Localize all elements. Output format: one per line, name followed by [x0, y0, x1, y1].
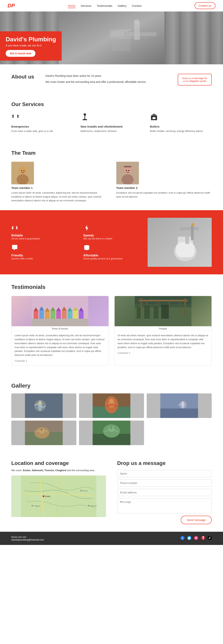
team-member-1-desc: Lorem ipsum dolor sit amet, consectetur …	[11, 191, 107, 203]
service-item-emergencies: Emergencies If you have a water leak, gi…	[11, 113, 73, 133]
email-field[interactable]	[117, 489, 212, 496]
gallery-grid	[11, 394, 212, 445]
gallery-item-2[interactable]	[79, 394, 144, 418]
nav-links: Home Services Testimonials Gallery Conta…	[68, 4, 142, 7]
team-member-2-name: Team member 2	[116, 186, 212, 190]
message-field[interactable]	[117, 498, 212, 514]
about-para2: We cover Exeter and the surrounding area…	[45, 80, 167, 84]
nav-contact-button[interactable]: Contact us	[195, 2, 216, 9]
svg-rect-71	[161, 304, 169, 319]
service-desc-boilers: Boiler installs, servicing, energy effic…	[150, 129, 212, 133]
nav-home[interactable]: Home	[68, 4, 75, 8]
feature-friendly-desc: Service with a smile	[11, 257, 76, 260]
gallery-item-1[interactable]	[11, 394, 76, 418]
svg-point-101	[32, 505, 33, 506]
feature-reliable: Reliable All our work is guaranteed	[11, 224, 76, 240]
svg-point-112	[208, 536, 212, 540]
service-icon-installs	[81, 113, 143, 123]
feature-friendly: Friendly Service with a smile	[11, 244, 76, 260]
service-item-boilers: Boilers Boiler installs, servicing, ener…	[150, 113, 212, 133]
feature-friendly-icon	[11, 244, 76, 253]
nav-testimonials[interactable]: Testimonials	[97, 4, 112, 7]
svg-point-85	[182, 402, 184, 404]
testimonial-text-1: Lorem ipsum dolor sit amet, consectetur …	[11, 331, 109, 360]
svg-rect-43	[45, 312, 50, 319]
hero-content-box: David's Plumbing If you have a leak, we …	[0, 31, 62, 60]
svg-point-18	[124, 166, 131, 174]
svg-rect-69	[144, 306, 150, 319]
map-svg: Exeter Tiverton Chagford Sidmouth	[11, 476, 106, 517]
gallery-item-3[interactable]	[147, 394, 212, 418]
location-text-suffix: and the surrounding area.	[66, 469, 95, 472]
pinterest-icon[interactable]	[201, 536, 205, 541]
about-text: David's Plumbing have been active for 10…	[45, 74, 167, 86]
footer-phone[interactable]: 0xxxx xxx xxx	[11, 536, 26, 538]
gallery-item-5[interactable]	[79, 420, 144, 445]
svg-point-99	[81, 490, 82, 491]
team-section: The Team Team member 1 Lorem ipsum dolor…	[0, 142, 223, 210]
red-band-section: Reliable All our work is guaranteed Spee…	[0, 210, 223, 274]
service-name-emergencies: Emergencies	[11, 125, 73, 128]
service-icon-boilers	[150, 113, 212, 123]
testimonial-image-1	[11, 296, 109, 326]
team-grid: Team member 1 Lorem ipsum dolor sit amet…	[11, 162, 212, 203]
send-button[interactable]: Send message	[181, 516, 212, 524]
svg-rect-70	[154, 306, 158, 319]
about-quote-box[interactable]: Drop us a message for a no-obligation qu…	[178, 74, 212, 86]
svg-rect-22	[124, 166, 131, 167]
about-para1: David's Plumbing have been active for 10…	[45, 74, 167, 78]
about-section: About us David's Plumbing have been acti…	[0, 64, 223, 96]
feature-speedy-icon	[83, 224, 148, 233]
twitter-icon[interactable]	[187, 536, 191, 541]
nav-contact[interactable]: Contact	[132, 4, 142, 7]
facebook-icon[interactable]	[180, 536, 185, 541]
feature-reliable-name: Reliable	[11, 234, 76, 237]
name-field[interactable]	[117, 470, 212, 477]
testimonials-section: Testimonials	[0, 274, 223, 375]
nav-gallery[interactable]: Gallery	[118, 4, 127, 7]
hero-title: David's Plumbing	[6, 36, 56, 43]
service-desc-installs: Bathrooms, cloakrooms, kitchens	[81, 129, 143, 133]
footer-contact: 0xxxx xxx xxx davidsplumbing@hotmail.com	[11, 536, 44, 541]
services-section: Our Services Emergencies If you have a w…	[0, 96, 223, 142]
instagram-icon[interactable]	[194, 536, 198, 541]
hero-cta-button[interactable]: Get in touch now	[6, 50, 35, 57]
phone-field[interactable]	[117, 480, 212, 487]
svg-point-80	[109, 399, 114, 403]
team-photo-1	[11, 162, 34, 184]
red-band-image	[148, 218, 212, 267]
svg-rect-57	[32, 319, 88, 326]
service-icon-emergencies	[11, 113, 73, 123]
svg-point-20	[126, 170, 127, 171]
gallery-title: Gallery	[11, 382, 212, 389]
testimonials-grid: Rows of houses Lorem ipsum dolor sit ame…	[11, 296, 212, 366]
svg-point-37	[191, 223, 194, 226]
testimonial-card-2: Pergola Ut enim ad minim veniam, quis no…	[114, 296, 212, 366]
svg-text:Tiverton: Tiverton	[82, 490, 88, 492]
svg-rect-34	[185, 229, 189, 244]
tiktok-icon[interactable]	[208, 536, 212, 541]
svg-point-28	[84, 248, 89, 250]
svg-point-15	[21, 170, 22, 171]
feature-speedy-desc: We can be there in a flash!	[83, 237, 148, 240]
about-title: About us	[11, 74, 34, 80]
svg-rect-53	[73, 310, 78, 319]
svg-rect-68	[137, 308, 140, 319]
service-item-installs: New installs and refurbishment Bathrooms…	[81, 113, 143, 133]
location-column: Location and coverage We cover: Exeter, …	[11, 460, 106, 524]
service-name-boilers: Boilers	[150, 125, 212, 128]
service-desc-emergencies: If you have a water leak, give us a call	[11, 129, 73, 133]
svg-text:Exeter: Exeter	[45, 495, 51, 498]
team-member-2-desc: Excepteur sint occaecat cupidatat non pr…	[116, 191, 212, 199]
svg-point-103	[88, 505, 89, 506]
nav-services[interactable]: Services	[81, 4, 92, 7]
team-member-1-name: Team member 1	[11, 186, 107, 190]
feature-affordable-icon	[83, 244, 148, 253]
location-places: Exeter, Sidmouth, Tiverton, Chagford	[23, 469, 66, 472]
gallery-item-4[interactable]	[11, 420, 76, 445]
contact-form: Send message	[117, 470, 212, 524]
svg-marker-23	[85, 225, 88, 231]
footer-email[interactable]: davidsplumbing@hotmail.com	[11, 538, 44, 541]
testimonial-caption-1: Rows of houses	[11, 326, 109, 331]
svg-rect-39	[33, 311, 38, 319]
